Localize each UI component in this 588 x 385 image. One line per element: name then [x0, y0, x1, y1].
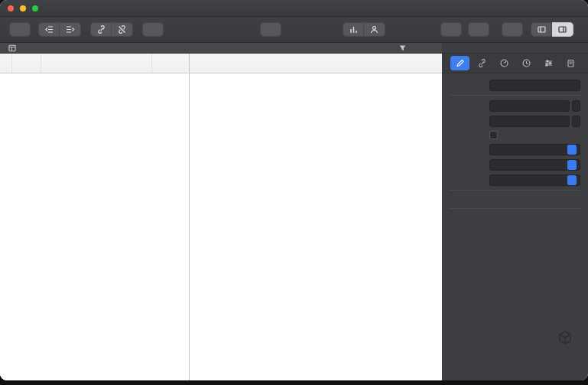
add-activity-button[interactable] — [9, 22, 31, 37]
note-icon — [566, 58, 576, 68]
work-stepper[interactable] — [572, 100, 580, 112]
merlin-logo — [557, 330, 577, 345]
outdent-icon — [44, 24, 54, 34]
divider — [450, 208, 580, 209]
duration-input[interactable] — [489, 116, 570, 127]
pencil-icon — [455, 58, 465, 68]
view-toggle-group — [531, 22, 573, 37]
merlin-cube-icon — [557, 330, 573, 345]
link-icon — [96, 24, 106, 34]
close-window-button[interactable] — [8, 5, 14, 11]
filter-button[interactable] — [398, 44, 407, 52]
work-breakdown-icon — [8, 44, 17, 53]
activity-bar — [442, 43, 588, 54]
inspector-tab-links[interactable] — [473, 56, 492, 70]
grid-header — [0, 54, 442, 73]
inspector-tab-edit[interactable] — [450, 56, 469, 70]
outline-gantt-pane — [0, 54, 442, 380]
end-row — [450, 157, 580, 172]
column-header-given-work[interactable] — [152, 54, 189, 73]
traffic-lights — [8, 5, 38, 11]
column-header-traits[interactable] — [12, 54, 41, 73]
panel-right-icon — [557, 24, 567, 34]
panel-left-icon — [537, 24, 547, 34]
gantt-chart — [190, 73, 441, 380]
subbar — [0, 43, 588, 54]
column-header-number[interactable] — [0, 54, 12, 73]
expected-section-header[interactable] — [450, 211, 580, 224]
sync-button[interactable] — [440, 22, 462, 37]
milestone-checkbox[interactable] — [489, 131, 498, 139]
dropdown-arrows-icon — [567, 175, 577, 185]
library-button[interactable] — [343, 22, 364, 37]
link-button[interactable] — [90, 22, 112, 37]
toggle-inspector-button[interactable] — [552, 22, 573, 37]
inspector-panel — [442, 54, 588, 380]
inspector-tab-settings[interactable] — [539, 56, 558, 70]
inspector-tab-notes[interactable] — [561, 56, 580, 70]
inspector-tabs — [442, 54, 588, 73]
inspector-tab-progress[interactable] — [495, 56, 514, 70]
timeline-header — [190, 54, 441, 73]
settings-button[interactable] — [142, 22, 164, 37]
main-area — [0, 54, 588, 380]
filter-funnel-icon — [398, 44, 407, 52]
breadcrumb — [0, 43, 442, 54]
indent-group — [38, 22, 81, 37]
link-icon — [477, 58, 487, 68]
table-header — [0, 54, 190, 73]
cut-button[interactable] — [502, 22, 523, 37]
divider — [450, 95, 580, 96]
divider — [450, 190, 580, 191]
clock-icon — [521, 58, 531, 68]
activities-button[interactable] — [468, 22, 489, 37]
titlebar — [0, 0, 588, 17]
unlink-icon — [117, 24, 127, 34]
milestone-row — [450, 129, 580, 142]
alignment-row — [450, 172, 580, 188]
indent-button[interactable] — [60, 22, 81, 37]
indent-icon — [65, 24, 75, 34]
sliders-icon — [544, 58, 554, 68]
advanced-section-header[interactable] — [450, 193, 580, 206]
duration-row — [450, 113, 580, 129]
resources-button[interactable] — [364, 22, 385, 37]
outline-table — [0, 73, 190, 380]
toggle-left-panel-button[interactable] — [531, 22, 552, 37]
start-select[interactable] — [489, 144, 580, 155]
view-option-icons — [398, 44, 424, 52]
dropdown-arrows-icon — [567, 160, 577, 170]
alignment-select[interactable] — [489, 175, 580, 186]
outdent-button[interactable] — [38, 22, 60, 37]
work-input[interactable] — [489, 100, 570, 112]
grid-body — [0, 73, 442, 380]
zoom-window-button[interactable] — [32, 5, 38, 11]
dropdown-arrows-icon — [567, 145, 577, 155]
work-row — [450, 98, 580, 113]
unlink-button[interactable] — [112, 22, 133, 37]
styles-button[interactable] — [260, 22, 281, 37]
chart-bars-icon — [349, 24, 359, 34]
title-input[interactable] — [489, 80, 580, 91]
inspector-tab-time[interactable] — [517, 56, 536, 70]
duration-stepper[interactable] — [572, 116, 580, 127]
end-select[interactable] — [489, 159, 580, 171]
link-group — [90, 22, 133, 37]
toolbar — [0, 17, 588, 43]
inspector-fields — [442, 73, 588, 224]
gauge-icon — [499, 58, 509, 68]
column-header-title[interactable] — [41, 54, 152, 73]
app-window — [0, 0, 588, 380]
library-group — [343, 22, 385, 37]
person-icon — [369, 24, 379, 34]
start-row — [450, 142, 580, 157]
title-row — [450, 77, 580, 93]
minimize-window-button[interactable] — [20, 5, 26, 11]
